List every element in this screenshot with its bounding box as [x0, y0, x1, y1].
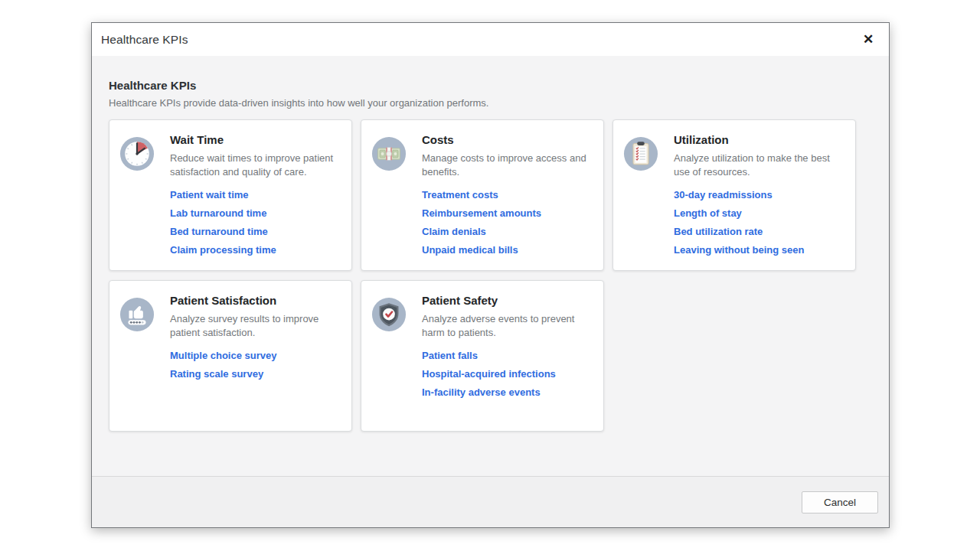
- cancel-button[interactable]: Cancel: [802, 491, 878, 514]
- kpi-card-utilization: UtilizationAnalyze utilization to make t…: [612, 119, 856, 271]
- section-subtitle: Healthcare KPIs provide data-driven insi…: [109, 97, 872, 109]
- card-description: Reduce wait times to improve patient sat…: [170, 152, 339, 179]
- kpi-card-grid: Wait TimeReduce wait times to improve pa…: [109, 119, 872, 432]
- kpi-card-costs: CostsManage costs to improve access and …: [361, 119, 604, 271]
- card-title: Patient Safety: [422, 294, 591, 307]
- card-links: Patient fallsHospital-acquired infection…: [422, 350, 591, 398]
- shield-icon: [371, 297, 407, 332]
- kpi-link[interactable]: Bed turnaround time: [170, 226, 268, 237]
- kpi-link[interactable]: Multiple choice survey: [170, 350, 276, 361]
- card-links: 30-day readmissionsLength of stayBed uti…: [674, 189, 843, 256]
- clock-icon: [119, 136, 155, 171]
- dialog-title: Healthcare KPIs: [101, 33, 188, 47]
- card-links: Patient wait timeLab turnaround timeBed …: [170, 189, 339, 256]
- kpi-link[interactable]: In-facility adverse events: [422, 386, 541, 398]
- kpi-link[interactable]: Hospital-acquired infections: [422, 368, 556, 380]
- kpi-link[interactable]: Bed utilization rate: [674, 226, 763, 237]
- kpi-link[interactable]: Patient wait time: [170, 189, 249, 201]
- kpi-link[interactable]: Claim denials: [422, 226, 486, 237]
- dialog-titlebar: Healthcare KPIs ✕: [92, 23, 889, 56]
- kpi-card-wait-time: Wait TimeReduce wait times to improve pa…: [109, 119, 352, 271]
- kpi-card-patient-safety: Patient SafetyAnalyze adverse events to …: [361, 280, 604, 432]
- healthcare-kpis-dialog: Healthcare KPIs ✕ Healthcare KPIs Health…: [91, 22, 890, 528]
- kpi-link[interactable]: Length of stay: [674, 207, 742, 219]
- card-title: Patient Satisfaction: [170, 294, 339, 307]
- kpi-link[interactable]: 30-day readmissions: [674, 189, 773, 201]
- section-heading: Healthcare KPIs: [109, 79, 872, 92]
- card-title: Wait Time: [170, 133, 339, 146]
- dialog-footer: Cancel: [92, 476, 889, 527]
- card-description: Analyze survey results to improve patien…: [170, 312, 339, 340]
- kpi-link[interactable]: Lab turnaround time: [170, 207, 266, 219]
- card-description: Manage costs to improve access and benef…: [422, 152, 591, 179]
- kpi-link[interactable]: Claim processing time: [170, 244, 276, 256]
- kpi-link[interactable]: Leaving without being seen: [674, 244, 804, 256]
- kpi-link[interactable]: Rating scale survey: [170, 368, 263, 380]
- kpi-link[interactable]: Unpaid medical bills: [422, 244, 518, 256]
- close-icon[interactable]: ✕: [858, 30, 878, 50]
- card-description: Analyze utilization to make the best use…: [674, 152, 843, 179]
- card-description: Analyze adverse events to prevent harm t…: [422, 312, 591, 340]
- kpi-link[interactable]: Treatment costs: [422, 189, 498, 201]
- dialog-content: Healthcare KPIs Healthcare KPIs provide …: [92, 56, 889, 476]
- kpi-link[interactable]: Patient falls: [422, 350, 478, 361]
- card-links: Treatment costsReimbursement amountsClai…: [422, 189, 591, 256]
- kpi-card-patient-satisfaction: Patient SatisfactionAnalyze survey resul…: [109, 280, 352, 432]
- card-links: Multiple choice surveyRating scale surve…: [170, 350, 339, 380]
- money-icon: [371, 136, 407, 171]
- thumbs-up-icon: [119, 297, 155, 332]
- card-title: Utilization: [674, 133, 843, 146]
- kpi-link[interactable]: Reimbursement amounts: [422, 207, 541, 219]
- card-title: Costs: [422, 133, 591, 146]
- clipboard-icon: [623, 136, 658, 171]
